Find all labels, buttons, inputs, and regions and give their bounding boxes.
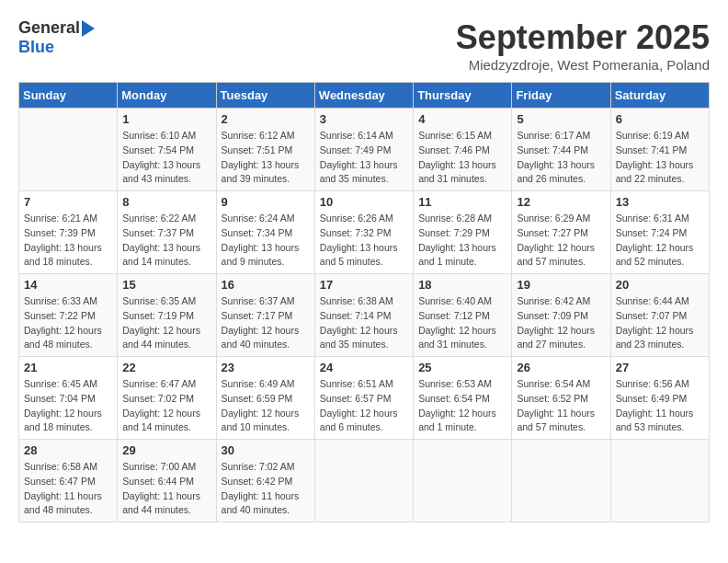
day-info: Sunrise: 6:45 AM Sunset: 7:04 PM Dayligh…: [24, 377, 112, 435]
calendar-cell: 9Sunrise: 6:24 AM Sunset: 7:34 PM Daylig…: [216, 191, 314, 274]
day-info: Sunrise: 6:53 AM Sunset: 6:54 PM Dayligh…: [418, 377, 506, 435]
day-info: Sunrise: 6:56 AM Sunset: 6:49 PM Dayligh…: [616, 377, 704, 435]
logo: General Blue: [18, 18, 95, 57]
day-info: Sunrise: 6:17 AM Sunset: 7:44 PM Dayligh…: [517, 129, 605, 187]
day-info: Sunrise: 6:35 AM Sunset: 7:19 PM Dayligh…: [122, 294, 210, 352]
calendar-header: SundayMondayTuesdayWednesdayThursdayFrid…: [19, 83, 710, 109]
day-number: 23: [222, 361, 310, 374]
day-number: 4: [418, 112, 506, 126]
logo-blue-text: Blue: [18, 38, 54, 57]
day-number: 25: [418, 361, 506, 374]
day-number: 27: [616, 361, 704, 374]
calendar-cell: 30Sunrise: 7:02 AM Sunset: 6:42 PM Dayli…: [216, 440, 314, 523]
calendar-cell: 14Sunrise: 6:33 AM Sunset: 7:22 PM Dayli…: [19, 274, 118, 357]
weekday-wednesday: Wednesday: [314, 83, 413, 109]
calendar-cell: 26Sunrise: 6:54 AM Sunset: 6:52 PM Dayli…: [512, 357, 610, 440]
weekday-header-row: SundayMondayTuesdayWednesdayThursdayFrid…: [19, 83, 710, 109]
calendar-cell: 4Sunrise: 6:15 AM Sunset: 7:46 PM Daylig…: [414, 109, 512, 191]
calendar-week-3: 14Sunrise: 6:33 AM Sunset: 7:22 PM Dayli…: [19, 274, 710, 357]
calendar-cell: 23Sunrise: 6:49 AM Sunset: 6:59 PM Dayli…: [216, 357, 314, 440]
day-number: 30: [222, 443, 310, 457]
calendar-cell: [19, 109, 118, 191]
day-number: 22: [122, 361, 210, 374]
day-number: 1: [122, 112, 210, 126]
day-number: 2: [222, 112, 310, 126]
weekday-saturday: Saturday: [610, 83, 709, 109]
calendar-cell: [314, 440, 413, 523]
calendar-cell: 22Sunrise: 6:47 AM Sunset: 7:02 PM Dayli…: [118, 357, 216, 440]
day-number: 26: [517, 361, 605, 374]
logo-general-text: General: [18, 18, 80, 38]
calendar-cell: 3Sunrise: 6:14 AM Sunset: 7:49 PM Daylig…: [314, 109, 413, 191]
weekday-friday: Friday: [512, 83, 610, 109]
month-title: September 2025: [456, 18, 710, 57]
weekday-monday: Monday: [118, 83, 216, 109]
calendar-cell: 15Sunrise: 6:35 AM Sunset: 7:19 PM Dayli…: [118, 274, 216, 357]
calendar-cell: 2Sunrise: 6:12 AM Sunset: 7:51 PM Daylig…: [216, 109, 314, 191]
calendar-cell: 6Sunrise: 6:19 AM Sunset: 7:41 PM Daylig…: [610, 109, 709, 191]
calendar-cell: 17Sunrise: 6:38 AM Sunset: 7:14 PM Dayli…: [314, 274, 413, 357]
calendar-cell: 25Sunrise: 6:53 AM Sunset: 6:54 PM Dayli…: [414, 357, 512, 440]
day-number: 13: [616, 195, 704, 209]
day-number: 10: [320, 195, 408, 209]
title-area: September 2025 Miedzyzdroje, West Pomera…: [456, 18, 710, 73]
day-info: Sunrise: 6:51 AM Sunset: 6:57 PM Dayligh…: [320, 377, 408, 435]
day-info: Sunrise: 6:19 AM Sunset: 7:41 PM Dayligh…: [616, 129, 704, 187]
calendar-body: 1Sunrise: 6:10 AM Sunset: 7:54 PM Daylig…: [19, 109, 710, 523]
calendar-cell: 12Sunrise: 6:29 AM Sunset: 7:27 PM Dayli…: [512, 191, 610, 274]
day-info: Sunrise: 6:49 AM Sunset: 6:59 PM Dayligh…: [222, 377, 310, 435]
day-number: 6: [616, 112, 704, 126]
calendar-cell: 27Sunrise: 6:56 AM Sunset: 6:49 PM Dayli…: [610, 357, 709, 440]
calendar-cell: 28Sunrise: 6:58 AM Sunset: 6:47 PM Dayli…: [19, 440, 118, 523]
location-text: Miedzyzdroje, West Pomerania, Poland: [456, 57, 710, 73]
calendar-week-5: 28Sunrise: 6:58 AM Sunset: 6:47 PM Dayli…: [19, 440, 710, 523]
calendar-cell: 13Sunrise: 6:31 AM Sunset: 7:24 PM Dayli…: [610, 191, 709, 274]
day-info: Sunrise: 7:00 AM Sunset: 6:44 PM Dayligh…: [122, 460, 210, 518]
day-info: Sunrise: 6:12 AM Sunset: 7:51 PM Dayligh…: [222, 129, 310, 187]
day-info: Sunrise: 6:14 AM Sunset: 7:49 PM Dayligh…: [320, 129, 408, 187]
day-number: 18: [418, 278, 506, 292]
calendar-cell: 24Sunrise: 6:51 AM Sunset: 6:57 PM Dayli…: [314, 357, 413, 440]
calendar-week-1: 1Sunrise: 6:10 AM Sunset: 7:54 PM Daylig…: [19, 109, 710, 191]
calendar-cell: 21Sunrise: 6:45 AM Sunset: 7:04 PM Dayli…: [19, 357, 118, 440]
day-number: 5: [517, 112, 605, 126]
calendar-cell: 10Sunrise: 6:26 AM Sunset: 7:32 PM Dayli…: [314, 191, 413, 274]
calendar-week-2: 7Sunrise: 6:21 AM Sunset: 7:39 PM Daylig…: [19, 191, 710, 274]
calendar-cell: 18Sunrise: 6:40 AM Sunset: 7:12 PM Dayli…: [414, 274, 512, 357]
day-info: Sunrise: 6:10 AM Sunset: 7:54 PM Dayligh…: [122, 129, 210, 187]
day-number: 29: [122, 443, 210, 457]
calendar-cell: [414, 440, 512, 523]
calendar-cell: 11Sunrise: 6:28 AM Sunset: 7:29 PM Dayli…: [414, 191, 512, 274]
calendar-cell: 1Sunrise: 6:10 AM Sunset: 7:54 PM Daylig…: [118, 109, 216, 191]
page-header: General Blue September 2025 Miedzyzdroje…: [18, 18, 710, 73]
day-number: 8: [122, 195, 210, 209]
day-info: Sunrise: 6:15 AM Sunset: 7:46 PM Dayligh…: [418, 129, 506, 187]
logo-arrow-icon: [82, 20, 95, 37]
day-number: 28: [24, 443, 112, 457]
day-info: Sunrise: 6:44 AM Sunset: 7:07 PM Dayligh…: [616, 294, 704, 352]
day-info: Sunrise: 6:38 AM Sunset: 7:14 PM Dayligh…: [320, 294, 408, 352]
day-number: 9: [222, 195, 310, 209]
calendar-cell: [512, 440, 610, 523]
day-info: Sunrise: 6:40 AM Sunset: 7:12 PM Dayligh…: [418, 294, 506, 352]
weekday-sunday: Sunday: [19, 83, 118, 109]
day-info: Sunrise: 6:47 AM Sunset: 7:02 PM Dayligh…: [122, 377, 210, 435]
day-info: Sunrise: 6:24 AM Sunset: 7:34 PM Dayligh…: [222, 212, 310, 270]
day-number: 17: [320, 278, 408, 292]
day-number: 24: [320, 361, 408, 374]
day-info: Sunrise: 6:54 AM Sunset: 6:52 PM Dayligh…: [517, 377, 605, 435]
day-info: Sunrise: 6:21 AM Sunset: 7:39 PM Dayligh…: [24, 212, 112, 270]
calendar-cell: 20Sunrise: 6:44 AM Sunset: 7:07 PM Dayli…: [610, 274, 709, 357]
calendar-cell: 29Sunrise: 7:00 AM Sunset: 6:44 PM Dayli…: [118, 440, 216, 523]
day-number: 21: [24, 361, 112, 374]
calendar-cell: 5Sunrise: 6:17 AM Sunset: 7:44 PM Daylig…: [512, 109, 610, 191]
day-info: Sunrise: 6:28 AM Sunset: 7:29 PM Dayligh…: [418, 212, 506, 270]
day-info: Sunrise: 6:26 AM Sunset: 7:32 PM Dayligh…: [320, 212, 408, 270]
day-number: 14: [24, 278, 112, 292]
calendar-table: SundayMondayTuesdayWednesdayThursdayFrid…: [18, 82, 710, 523]
day-number: 3: [320, 112, 408, 126]
day-number: 19: [517, 278, 605, 292]
calendar-cell: 19Sunrise: 6:42 AM Sunset: 7:09 PM Dayli…: [512, 274, 610, 357]
calendar-cell: 7Sunrise: 6:21 AM Sunset: 7:39 PM Daylig…: [19, 191, 118, 274]
day-info: Sunrise: 6:29 AM Sunset: 7:27 PM Dayligh…: [517, 212, 605, 270]
